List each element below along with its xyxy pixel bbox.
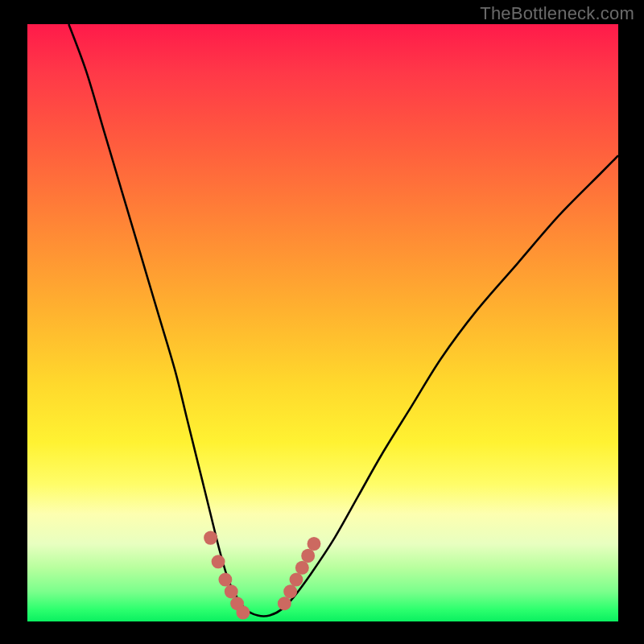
- bottleneck-curve-path: [68, 24, 618, 617]
- curve-marker-dot: [204, 531, 217, 545]
- curve-marker-dot: [218, 573, 232, 587]
- curve-marker-dot: [278, 597, 291, 610]
- chart-frame: TheBottleneck.com: [0, 0, 644, 644]
- marker-group-left: [204, 531, 250, 620]
- curve-overlay: [27, 24, 618, 621]
- curve-marker-dot: [295, 561, 309, 575]
- curve-marker-dot: [212, 555, 225, 568]
- curve-marker-dot: [283, 584, 297, 598]
- watermark-text: TheBottleneck.com: [480, 3, 634, 24]
- marker-group-right: [278, 537, 321, 610]
- curve-marker-dot: [301, 549, 315, 563]
- curve-marker-dot: [308, 537, 321, 551]
- curve-marker-dot: [290, 573, 303, 587]
- curve-marker-dot: [236, 605, 250, 619]
- curve-marker-dot: [225, 584, 238, 598]
